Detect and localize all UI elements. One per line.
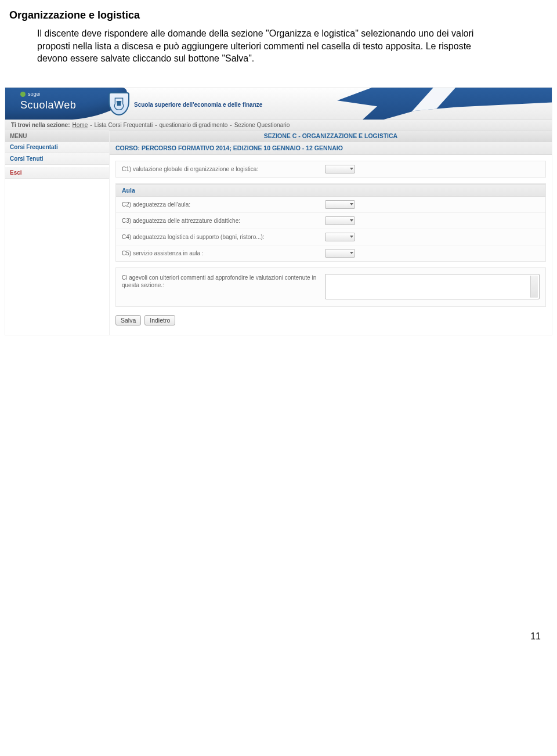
svg-rect-0: [117, 102, 121, 106]
comments-label: Ci agevoli con ulteriori commenti ad app…: [122, 274, 319, 289]
question-c3-label: C3) adeguatezza delle attrezzature didat…: [122, 218, 319, 224]
breadcrumb-label: Ti trovi nella sezione:: [11, 122, 70, 128]
menu-item-corsi-frequentati[interactable]: Corsi Frequentati: [5, 142, 109, 153]
comments-box: Ci agevoli con ulteriori commenti ad app…: [115, 267, 546, 307]
back-button[interactable]: Indietro: [144, 315, 175, 325]
svg-rect-1: [117, 101, 121, 103]
doc-paragraph: Il discente deve rispondere alle domande…: [37, 27, 478, 65]
chevron-down-icon: [350, 203, 353, 205]
crest-icon: [108, 92, 129, 115]
vendor-dot-icon: [20, 92, 26, 97]
main-content: SEZIONE C - ORGANIZZAZIONE E LOGISTICA C…: [110, 131, 552, 335]
app-name: ScuolaWeb: [20, 99, 76, 111]
question-c2-label: C2) adeguatezza dell'aula:: [122, 201, 319, 208]
question-c2-select[interactable]: [325, 200, 355, 209]
comments-textarea[interactable]: [325, 274, 540, 299]
question-c4-label: C4) adeguatezza logistica di supporto (b…: [122, 234, 319, 240]
question-c5-select[interactable]: [325, 249, 355, 258]
scroll-down-icon[interactable]: [532, 292, 537, 297]
section-title: SEZIONE C - ORGANIZZAZIONE E LOGISTICA: [110, 131, 552, 142]
save-button[interactable]: Salva: [115, 315, 141, 325]
menu-item-esci[interactable]: Esci: [5, 167, 109, 179]
question-box-aula: Aula C2) adeguatezza dell'aula: C3) adeg…: [115, 183, 546, 262]
menu-heading: MENU: [5, 131, 109, 142]
breadcrumb-item: Lista Corsi Frequentati: [95, 122, 153, 128]
question-c1-select[interactable]: [325, 165, 355, 173]
breadcrumb-home[interactable]: Home: [73, 122, 88, 128]
chevron-down-icon: [350, 236, 353, 238]
question-c1-label: C1) valutazione globale di organizzazion…: [122, 166, 319, 172]
chevron-down-icon: [350, 252, 353, 254]
chevron-down-icon: [350, 168, 353, 170]
app-banner: sogei ScuolaWeb Scuola superiore dell'ec…: [5, 88, 552, 120]
question-c4-select[interactable]: [325, 233, 355, 241]
vendor-label: sogei: [20, 91, 41, 97]
app-screenshot: sogei ScuolaWeb Scuola superiore dell'ec…: [5, 87, 552, 335]
breadcrumb-item: questionario di gradimento: [160, 122, 228, 128]
question-c5-label: C5) servizio assistenza in aula :: [122, 250, 319, 256]
banner-swoosh: [302, 88, 552, 120]
course-title: CORSO: PERCORSO FORMATIVO 2014; EDIZIONE…: [110, 142, 552, 155]
question-c3-select[interactable]: [325, 216, 355, 225]
menu-item-corsi-tenuti[interactable]: Corsi Tenuti: [5, 153, 109, 165]
button-row: Salva Indietro: [110, 313, 552, 330]
vendor-text: sogei: [28, 91, 41, 97]
question-box-c1: C1) valutazione globale di organizzazion…: [115, 161, 546, 178]
scroll-up-icon[interactable]: [532, 276, 537, 281]
breadcrumb-item: Sezione Questionario: [234, 122, 290, 128]
side-menu: MENU Corsi Frequentati Corsi Tenuti Esci: [5, 131, 110, 335]
doc-section-title: Organizzazione e logistica: [9, 9, 543, 21]
institute-label: Scuola superiore dell'economia e delle f…: [134, 102, 262, 108]
page-number: 11: [0, 335, 557, 652]
aula-heading: Aula: [116, 184, 545, 197]
brand-box: sogei ScuolaWeb: [20, 91, 76, 111]
chevron-down-icon: [350, 219, 353, 222]
breadcrumb: Ti trovi nella sezione: Home - Lista Cor…: [5, 120, 552, 131]
